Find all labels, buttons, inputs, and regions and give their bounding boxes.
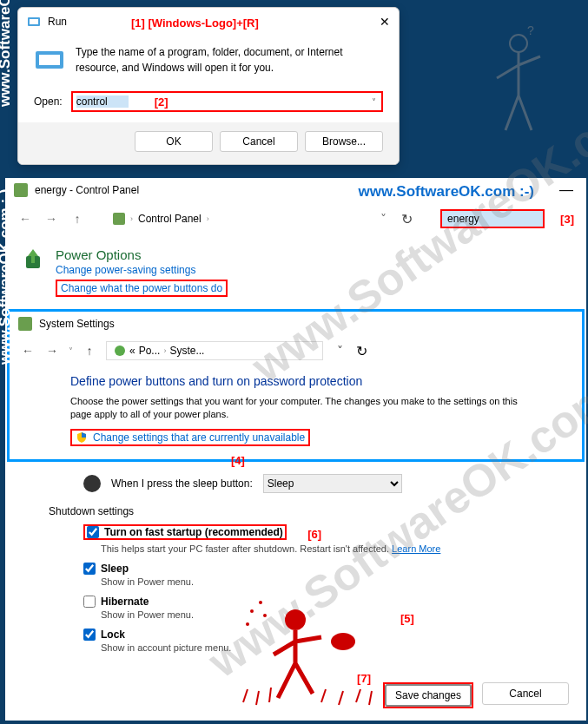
annotation-5: [5] — [400, 612, 414, 625]
shutdown-settings-area: When I press the sleep button: Sleep Shu… — [5, 465, 586, 670]
sleep-label: Sleep — [101, 563, 129, 575]
svg-point-10 — [115, 346, 125, 356]
sleep-checkbox[interactable] — [83, 563, 96, 575]
svg-rect-9 — [18, 317, 32, 331]
run-buttons: OK Cancel Browse... — [18, 122, 399, 164]
run-description: Type the name of a program, folder, docu… — [76, 44, 383, 76]
run-dialog: Run ✕ [1] [Windows-Logo]+[R] Type the na… — [17, 7, 400, 165]
sys-history-icon[interactable]: ˅ — [69, 346, 73, 356]
bc-dropdown-icon[interactable]: ˅ — [375, 212, 391, 226]
power-options-section: Power Options Change power-saving settin… — [5, 235, 586, 306]
cancel-button[interactable]: Cancel — [220, 131, 298, 152]
fast-startup-row: Turn on fast startup (recommended) [6] T… — [83, 524, 560, 554]
forward-icon[interactable]: → — [43, 212, 59, 226]
up-icon[interactable]: ↑ — [69, 212, 85, 226]
svg-rect-6 — [14, 183, 28, 197]
decorative-figure-1: ? — [475, 26, 553, 148]
lock-checkbox[interactable] — [83, 629, 96, 641]
lock-label: Lock — [101, 629, 125, 641]
hibernate-row: Hibernate Show in Power menu. — [83, 596, 560, 620]
sys-back-icon[interactable]: ← — [20, 344, 36, 358]
sys-body: Define power buttons and turn on passwor… — [10, 365, 582, 459]
run-icon — [27, 15, 41, 29]
sys-bc-dropdown[interactable]: ˅ — [332, 344, 347, 358]
run-app-icon — [34, 44, 65, 76]
change-power-buttons-link[interactable]: Change what the power buttons do — [56, 280, 228, 297]
sleep-button-select[interactable]: Sleep — [263, 474, 402, 493]
moon-icon — [83, 475, 101, 492]
shutdown-section-title: Shutdown settings — [49, 505, 560, 517]
sys-bc2[interactable]: Syste... — [169, 345, 204, 357]
sys-nav: ← → ˅ ↑ « Po... › Syste... ˅ ↻ — [10, 336, 582, 365]
svg-text:?: ? — [527, 26, 534, 37]
sleep-button-row: When I press the sleep button: Sleep — [83, 474, 560, 493]
sleep-button-label: When I press the sleep button: — [111, 477, 253, 490]
learn-more-link[interactable]: Learn More — [392, 543, 440, 554]
watermark-side: www.SoftwareOK.com :-) www.SoftwareOK.co… — [0, 0, 14, 365]
system-settings-window: System Settings www.SoftwareOK.com :-) ←… — [7, 309, 585, 462]
power-options-icon — [23, 247, 47, 272]
open-combobox[interactable]: [2] ˅ — [71, 91, 383, 112]
sys-title: System Settings — [39, 318, 115, 330]
back-icon[interactable]: ← — [17, 212, 33, 226]
fast-startup-label: Turn on fast startup (recommended) — [104, 526, 283, 538]
watermark-center: www.SoftwareOK.com :-) — [359, 183, 534, 201]
svg-point-4 — [510, 35, 527, 52]
sys-breadcrumb[interactable]: « Po... › Syste... — [106, 341, 323, 360]
cp-bc-icon — [113, 213, 125, 225]
shield-icon — [76, 431, 88, 444]
change-settings-link[interactable]: Change settings that are currently unava… — [70, 429, 310, 446]
run-body: Type the name of a program, folder, docu… — [18, 36, 399, 84]
sleep-desc: Show in Power menu. — [101, 576, 560, 587]
cancel-button-bottom[interactable]: Cancel — [482, 682, 569, 705]
chevron-down-icon[interactable]: ˅ — [372, 97, 376, 107]
sleep-row: Sleep Show in Power menu. — [83, 563, 560, 587]
refresh-icon[interactable]: ↻ — [401, 211, 413, 227]
annotation-3: [3] — [560, 213, 574, 226]
lock-desc: Show in account picture menu. — [101, 642, 560, 653]
annotation-7: [7] — [357, 672, 371, 685]
breadcrumb[interactable]: › Control Panel › — [113, 213, 365, 225]
power-options-title[interactable]: Power Options — [56, 247, 228, 262]
ok-button[interactable]: OK — [135, 131, 213, 152]
browse-button[interactable]: Browse... — [305, 131, 383, 152]
run-open-row: Open: [2] ˅ — [18, 84, 399, 122]
bc-control-panel[interactable]: Control Panel — [138, 213, 202, 225]
sys-bc1[interactable]: Po... — [139, 345, 161, 357]
save-changes-button[interactable]: Save changes — [385, 684, 472, 707]
sys-forward-icon[interactable]: → — [44, 344, 60, 358]
sys-desc: Choose the power settings that you want … — [70, 395, 521, 422]
hibernate-checkbox[interactable] — [83, 596, 96, 608]
fast-startup-checkbox[interactable] — [87, 526, 99, 538]
close-icon[interactable]: ✕ — [380, 15, 390, 29]
svg-rect-7 — [113, 213, 125, 225]
open-input[interactable] — [76, 95, 129, 108]
power-content: Power Options Change power-saving settin… — [56, 247, 228, 297]
annotation-4: [4] — [231, 454, 245, 467]
hibernate-label: Hibernate — [101, 596, 149, 608]
minimize-icon[interactable]: ― — [559, 182, 573, 198]
fast-startup-desc: This helps start your PC faster after sh… — [101, 543, 560, 554]
sys-up-icon[interactable]: ↑ — [82, 344, 97, 358]
lock-row: Lock Show in account picture menu. — [83, 629, 560, 653]
svg-rect-1 — [30, 19, 38, 24]
sys-heading: Define power buttons and turn on passwor… — [70, 374, 521, 388]
bottom-buttons: [7] Save changes Cancel — [5, 670, 586, 721]
annotation-1: [1] [Windows-Logo]+[R] — [131, 16, 259, 30]
sys-icon — [18, 317, 32, 331]
power-sub-link[interactable]: Change power-saving settings — [56, 264, 228, 276]
open-label: Open: — [34, 95, 63, 108]
search-input[interactable] — [440, 209, 545, 228]
bc-sep2: › — [207, 214, 209, 223]
bc-sep: › — [130, 214, 133, 223]
cp-icon — [14, 183, 28, 197]
sys-titlebar: System Settings www.SoftwareOK.com :-) — [10, 312, 582, 336]
sys-refresh-icon[interactable]: ↻ — [356, 343, 367, 359]
run-title: Run — [48, 16, 67, 28]
control-panel-window: energy - Control Panel ― ← → ↑ › Control… — [5, 178, 586, 721]
annotation-2: [2] — [155, 95, 168, 109]
bc-ellipsis: « — [129, 345, 135, 357]
cp-title: energy - Control Panel — [35, 184, 139, 196]
hibernate-desc: Show in Power menu. — [101, 609, 560, 620]
svg-rect-3 — [39, 55, 60, 65]
